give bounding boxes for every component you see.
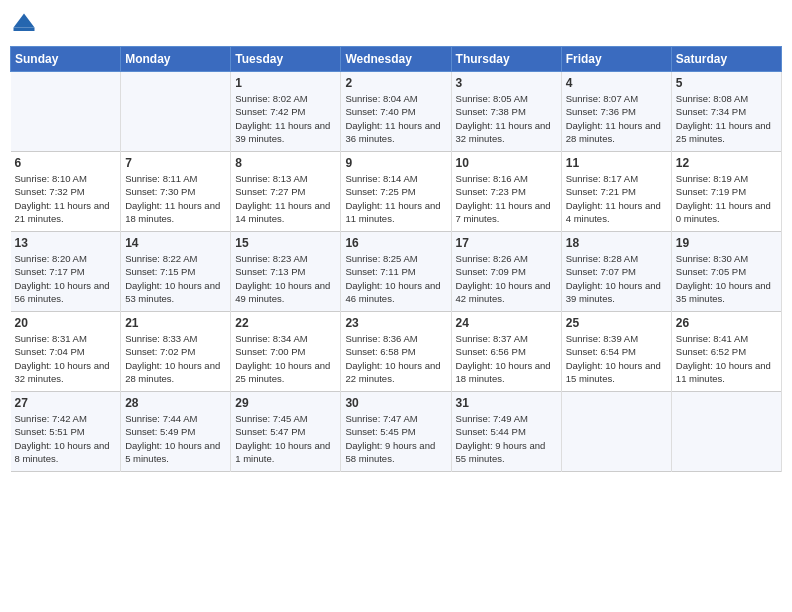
day-number: 2 [345,76,446,90]
weekday-header: Friday [561,47,671,72]
day-detail: Sunrise: 8:41 AM Sunset: 6:52 PM Dayligh… [676,332,777,385]
weekday-header: Wednesday [341,47,451,72]
calendar-cell: 15Sunrise: 8:23 AM Sunset: 7:13 PM Dayli… [231,232,341,312]
day-number: 26 [676,316,777,330]
calendar-cell: 30Sunrise: 7:47 AM Sunset: 5:45 PM Dayli… [341,392,451,472]
svg-rect-1 [14,28,35,32]
calendar-cell: 6Sunrise: 8:10 AM Sunset: 7:32 PM Daylig… [11,152,121,232]
day-detail: Sunrise: 8:23 AM Sunset: 7:13 PM Dayligh… [235,252,336,305]
calendar-cell: 9Sunrise: 8:14 AM Sunset: 7:25 PM Daylig… [341,152,451,232]
day-detail: Sunrise: 7:45 AM Sunset: 5:47 PM Dayligh… [235,412,336,465]
calendar-cell: 12Sunrise: 8:19 AM Sunset: 7:19 PM Dayli… [671,152,781,232]
calendar-cell [121,72,231,152]
day-number: 22 [235,316,336,330]
day-detail: Sunrise: 8:11 AM Sunset: 7:30 PM Dayligh… [125,172,226,225]
calendar-week-row: 27Sunrise: 7:42 AM Sunset: 5:51 PM Dayli… [11,392,782,472]
calendar-cell: 27Sunrise: 7:42 AM Sunset: 5:51 PM Dayli… [11,392,121,472]
calendar-week-row: 20Sunrise: 8:31 AM Sunset: 7:04 PM Dayli… [11,312,782,392]
day-number: 19 [676,236,777,250]
day-detail: Sunrise: 8:25 AM Sunset: 7:11 PM Dayligh… [345,252,446,305]
day-detail: Sunrise: 8:33 AM Sunset: 7:02 PM Dayligh… [125,332,226,385]
day-number: 11 [566,156,667,170]
calendar-week-row: 6Sunrise: 8:10 AM Sunset: 7:32 PM Daylig… [11,152,782,232]
day-detail: Sunrise: 8:16 AM Sunset: 7:23 PM Dayligh… [456,172,557,225]
calendar-table: SundayMondayTuesdayWednesdayThursdayFrid… [10,46,782,472]
day-detail: Sunrise: 7:47 AM Sunset: 5:45 PM Dayligh… [345,412,446,465]
day-number: 20 [15,316,117,330]
day-detail: Sunrise: 8:10 AM Sunset: 7:32 PM Dayligh… [15,172,117,225]
day-detail: Sunrise: 8:04 AM Sunset: 7:40 PM Dayligh… [345,92,446,145]
calendar-cell: 11Sunrise: 8:17 AM Sunset: 7:21 PM Dayli… [561,152,671,232]
calendar-cell: 23Sunrise: 8:36 AM Sunset: 6:58 PM Dayli… [341,312,451,392]
calendar-cell: 7Sunrise: 8:11 AM Sunset: 7:30 PM Daylig… [121,152,231,232]
day-number: 21 [125,316,226,330]
day-number: 23 [345,316,446,330]
day-detail: Sunrise: 8:22 AM Sunset: 7:15 PM Dayligh… [125,252,226,305]
calendar-cell: 28Sunrise: 7:44 AM Sunset: 5:49 PM Dayli… [121,392,231,472]
calendar-cell [11,72,121,152]
calendar-cell: 20Sunrise: 8:31 AM Sunset: 7:04 PM Dayli… [11,312,121,392]
day-detail: Sunrise: 8:26 AM Sunset: 7:09 PM Dayligh… [456,252,557,305]
day-number: 10 [456,156,557,170]
day-detail: Sunrise: 7:49 AM Sunset: 5:44 PM Dayligh… [456,412,557,465]
day-detail: Sunrise: 8:31 AM Sunset: 7:04 PM Dayligh… [15,332,117,385]
day-number: 7 [125,156,226,170]
day-number: 14 [125,236,226,250]
weekday-header: Tuesday [231,47,341,72]
calendar-cell: 21Sunrise: 8:33 AM Sunset: 7:02 PM Dayli… [121,312,231,392]
day-detail: Sunrise: 8:08 AM Sunset: 7:34 PM Dayligh… [676,92,777,145]
calendar-cell: 25Sunrise: 8:39 AM Sunset: 6:54 PM Dayli… [561,312,671,392]
calendar-cell: 1Sunrise: 8:02 AM Sunset: 7:42 PM Daylig… [231,72,341,152]
calendar-cell: 29Sunrise: 7:45 AM Sunset: 5:47 PM Dayli… [231,392,341,472]
day-number: 31 [456,396,557,410]
weekday-header: Saturday [671,47,781,72]
day-number: 24 [456,316,557,330]
day-number: 28 [125,396,226,410]
calendar-cell: 19Sunrise: 8:30 AM Sunset: 7:05 PM Dayli… [671,232,781,312]
calendar-cell: 2Sunrise: 8:04 AM Sunset: 7:40 PM Daylig… [341,72,451,152]
day-number: 8 [235,156,336,170]
day-detail: Sunrise: 8:36 AM Sunset: 6:58 PM Dayligh… [345,332,446,385]
day-detail: Sunrise: 8:34 AM Sunset: 7:00 PM Dayligh… [235,332,336,385]
calendar-cell: 13Sunrise: 8:20 AM Sunset: 7:17 PM Dayli… [11,232,121,312]
day-detail: Sunrise: 8:28 AM Sunset: 7:07 PM Dayligh… [566,252,667,305]
day-number: 15 [235,236,336,250]
svg-marker-0 [14,14,35,28]
calendar-cell: 8Sunrise: 8:13 AM Sunset: 7:27 PM Daylig… [231,152,341,232]
calendar-cell: 17Sunrise: 8:26 AM Sunset: 7:09 PM Dayli… [451,232,561,312]
calendar-cell: 14Sunrise: 8:22 AM Sunset: 7:15 PM Dayli… [121,232,231,312]
logo-icon [10,10,38,38]
calendar-cell: 18Sunrise: 8:28 AM Sunset: 7:07 PM Dayli… [561,232,671,312]
day-detail: Sunrise: 8:02 AM Sunset: 7:42 PM Dayligh… [235,92,336,145]
day-number: 3 [456,76,557,90]
logo [10,10,42,38]
day-number: 16 [345,236,446,250]
calendar-cell: 4Sunrise: 8:07 AM Sunset: 7:36 PM Daylig… [561,72,671,152]
day-number: 27 [15,396,117,410]
day-detail: Sunrise: 8:20 AM Sunset: 7:17 PM Dayligh… [15,252,117,305]
calendar-week-row: 13Sunrise: 8:20 AM Sunset: 7:17 PM Dayli… [11,232,782,312]
day-number: 18 [566,236,667,250]
day-number: 17 [456,236,557,250]
page-header [10,10,782,38]
day-detail: Sunrise: 8:14 AM Sunset: 7:25 PM Dayligh… [345,172,446,225]
weekday-header: Monday [121,47,231,72]
day-number: 25 [566,316,667,330]
calendar-cell [561,392,671,472]
calendar-week-row: 1Sunrise: 8:02 AM Sunset: 7:42 PM Daylig… [11,72,782,152]
day-number: 29 [235,396,336,410]
day-detail: Sunrise: 8:05 AM Sunset: 7:38 PM Dayligh… [456,92,557,145]
weekday-header: Sunday [11,47,121,72]
calendar-cell: 31Sunrise: 7:49 AM Sunset: 5:44 PM Dayli… [451,392,561,472]
day-number: 30 [345,396,446,410]
calendar-cell: 16Sunrise: 8:25 AM Sunset: 7:11 PM Dayli… [341,232,451,312]
day-number: 1 [235,76,336,90]
calendar-cell: 26Sunrise: 8:41 AM Sunset: 6:52 PM Dayli… [671,312,781,392]
day-detail: Sunrise: 8:39 AM Sunset: 6:54 PM Dayligh… [566,332,667,385]
calendar-cell: 22Sunrise: 8:34 AM Sunset: 7:00 PM Dayli… [231,312,341,392]
day-number: 9 [345,156,446,170]
day-detail: Sunrise: 7:44 AM Sunset: 5:49 PM Dayligh… [125,412,226,465]
day-number: 4 [566,76,667,90]
calendar-cell [671,392,781,472]
day-number: 13 [15,236,117,250]
